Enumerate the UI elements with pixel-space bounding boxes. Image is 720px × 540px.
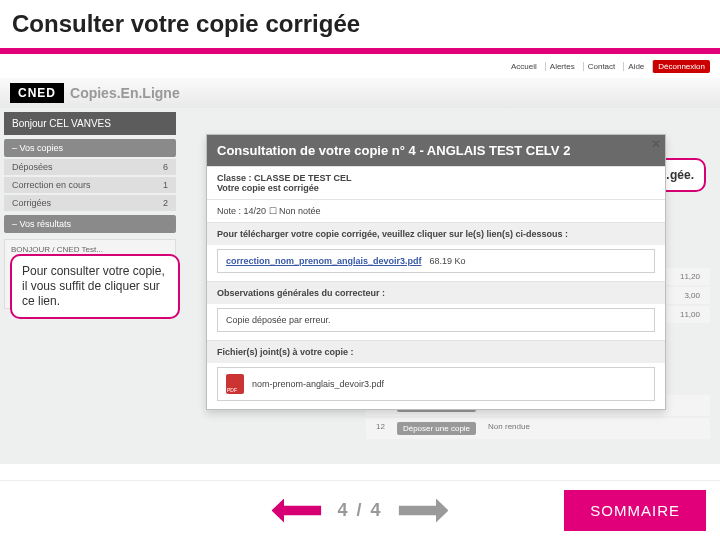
attachment-filename: nom-prenom-anglais_devoir3.pdf: [252, 379, 384, 389]
observations-header: Observations générales du correcteur :: [207, 281, 665, 304]
app-header: CNED Copies.En.Ligne: [0, 78, 720, 108]
pdf-icon: [226, 374, 244, 394]
correction-pdf-link[interactable]: correction_nom_prenom_anglais_devoir3.pd…: [226, 256, 422, 266]
sidebar-vos-copies[interactable]: – Vos copies: [4, 139, 176, 157]
app-screenshot: Accueil Alertes Contact Aide Déconnexion…: [0, 54, 720, 464]
sidebar-row: Déposées6: [4, 159, 176, 175]
topnav-accueil[interactable]: Accueil: [507, 62, 541, 71]
consultation-modal: ✕ Consultation de votre copie n° 4 - ANG…: [206, 134, 666, 410]
pagination: 4 / 4: [271, 499, 448, 523]
topnav-aide[interactable]: Aide: [623, 62, 648, 71]
prev-arrow-icon[interactable]: [271, 499, 321, 523]
callout-click-link: Pour consulter votre copie, il vous suff…: [10, 254, 180, 319]
modal-title: Consultation de votre copie n° 4 - ANGLA…: [207, 135, 665, 166]
file-size: 68.19 Ko: [430, 256, 466, 266]
app-name: Copies.En.Ligne: [70, 85, 180, 101]
modal-download-hint: Pour télécharger votre copie corrigée, v…: [207, 222, 665, 245]
sidebar-vos-resultats[interactable]: – Vos résultats: [4, 215, 176, 233]
slide-footer: 4 / 4 SOMMAIRE: [0, 480, 720, 540]
page-indicator: 4 / 4: [337, 500, 382, 521]
next-arrow-icon[interactable]: [399, 499, 449, 523]
cned-logo: CNED: [10, 83, 64, 103]
close-icon[interactable]: ✕: [651, 137, 661, 151]
correction-file-link[interactable]: correction_nom_prenom_anglais_devoir3.pd…: [217, 249, 655, 273]
sidebar-row: Corrigées2: [4, 195, 176, 211]
topnav-contact[interactable]: Contact: [583, 62, 620, 71]
modal-note: Note : 14/20 ☐ Non notée: [207, 199, 665, 222]
deposer-button[interactable]: Déposer une copie: [397, 422, 476, 435]
slide-title: Consulter votre copie corrigée: [0, 0, 720, 54]
sommaire-button[interactable]: SOMMAIRE: [564, 490, 706, 531]
observations-body: Copie déposée par erreur.: [217, 308, 655, 332]
topnav-alertes[interactable]: Alertes: [545, 62, 579, 71]
welcome-banner: Bonjour CEL VANVES: [4, 112, 176, 135]
app-topnav: Accueil Alertes Contact Aide Déconnexion: [0, 54, 720, 78]
attachments-header: Fichier(s) joint(s) à votre copie :: [207, 340, 665, 363]
attachment-file[interactable]: nom-prenom-anglais_devoir3.pdf: [217, 367, 655, 401]
sidebar-row: Correction en cours1: [4, 177, 176, 193]
topnav-logout[interactable]: Déconnexion: [652, 60, 710, 73]
modal-class: Classe : CLASSE DE TEST CEL Votre copie …: [207, 166, 665, 199]
